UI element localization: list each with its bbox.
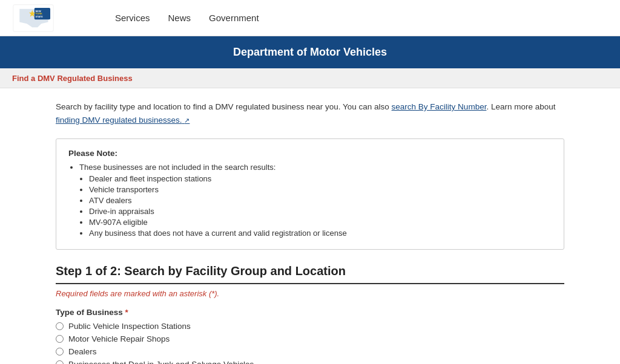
business-type-label: Type of Business *	[56, 308, 564, 317]
note-list: These businesses are not included in the…	[79, 163, 552, 238]
facility-number-link[interactable]: search By Facility Number	[392, 102, 487, 111]
note-item-5: MV-907A eligible	[89, 218, 552, 227]
radio-mvrs-input[interactable]	[56, 335, 64, 343]
nav-item-news[interactable]: News	[168, 8, 191, 28]
radio-dealers[interactable]: Dealers	[56, 347, 564, 356]
radio-mvrs[interactable]: Motor Vehicle Repair Shops	[56, 334, 564, 343]
note-item-3: ATV dealers	[89, 196, 552, 205]
finding-dmv-link[interactable]: finding DMV regulated businesses. ↗	[56, 115, 190, 125]
radio-pvis[interactable]: Public Vehicle Inspection Stations	[56, 322, 564, 331]
note-item-1: Dealer and fleet inspection stations	[89, 174, 552, 183]
intro-text-mid: . Learn more about	[486, 102, 555, 111]
note-item-4: Drive-in appraisals	[89, 207, 552, 216]
note-intro: These businesses are not included in the…	[79, 163, 552, 172]
intro-text-before: Search by facility type and location to …	[56, 102, 392, 111]
step-heading: Step 1 of 2: Search by Facility Group an…	[56, 264, 564, 284]
breadcrumb-bar: Find a DMV Regulated Business	[0, 68, 620, 88]
radio-pvis-input[interactable]	[56, 322, 64, 330]
note-sublist: Dealer and fleet inspection stations Veh…	[89, 174, 552, 238]
note-title: Please Note:	[68, 149, 552, 158]
radio-dealers-input[interactable]	[56, 348, 64, 356]
nav-item-government[interactable]: Government	[209, 8, 259, 28]
radio-junk-input[interactable]	[56, 360, 64, 364]
note-item-2: Vehicle transporters	[89, 185, 552, 194]
svg-text:STATE: STATE	[36, 15, 44, 18]
main-nav: Services News Government	[115, 8, 259, 28]
intro-paragraph: Search by facility type and location to …	[56, 100, 564, 126]
required-note: Required fields are marked with an aster…	[56, 289, 564, 298]
nav-item-services[interactable]: Services	[115, 8, 150, 28]
ny-state-logo: NEW YORK STATE	[12, 3, 54, 33]
note-box: Please Note: These businesses are not in…	[56, 138, 564, 250]
note-item-6: Any business that does not have a curren…	[89, 229, 552, 238]
department-title: Department of Motor Vehicles	[233, 46, 387, 58]
breadcrumb-link[interactable]: Find a DMV Regulated Business	[12, 74, 133, 83]
department-banner: Department of Motor Vehicles	[0, 36, 620, 68]
radio-junk[interactable]: Businesses that Deal in Junk and Salvage…	[56, 360, 564, 364]
site-header: NEW YORK STATE Services News Government	[0, 0, 620, 36]
business-type-group: Type of Business * Public Vehicle Inspec…	[56, 308, 564, 364]
logo-area: NEW YORK STATE	[12, 3, 97, 33]
main-content: Search by facility type and location to …	[38, 88, 582, 364]
